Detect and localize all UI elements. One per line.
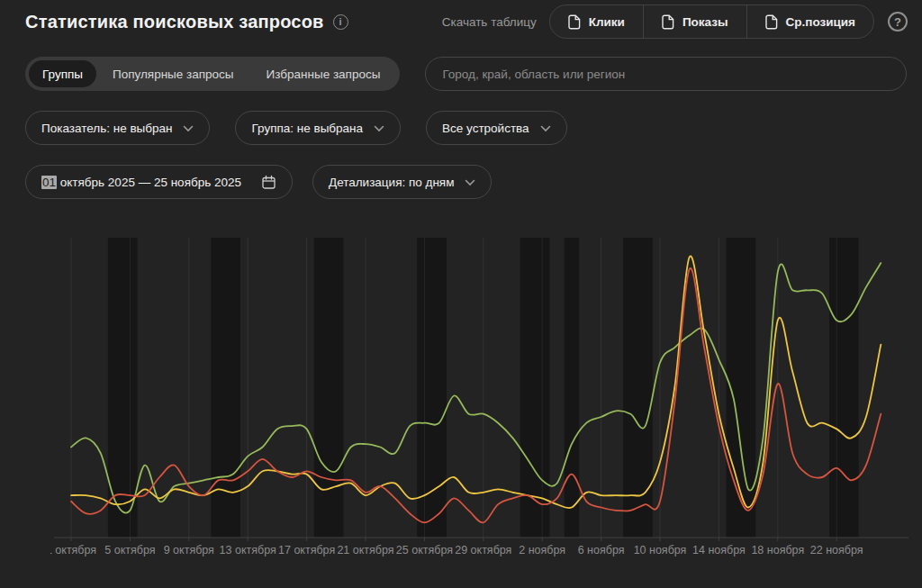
export-clicks-button[interactable]: Клики <box>550 5 643 38</box>
weekend-band <box>417 238 447 538</box>
file-icon <box>765 14 778 30</box>
chevron-down-icon <box>183 125 194 132</box>
metric-dropdown-label: Показатель: не выбран <box>41 122 172 135</box>
x-axis-label: 9 октября <box>164 544 214 556</box>
date-range-text: 01 октябрь 2025 — 25 ноябрь 2025 <box>41 176 241 189</box>
search-queries-chart[interactable]: 1 октября5 октября9 октября13 октября17 … <box>50 236 911 578</box>
group-dropdown[interactable]: Группа: не выбрана <box>235 111 401 145</box>
x-axis-label: 22 ноября <box>810 544 863 556</box>
date-range-rest-text: октябрь 2025 — 25 ноябрь 2025 <box>57 176 241 189</box>
devices-dropdown[interactable]: Все устройства <box>426 111 567 145</box>
date-row: 01 октябрь 2025 — 25 ноябрь 2025 Детализ… <box>25 165 492 199</box>
tab-popular-queries[interactable]: Популярные запросы <box>96 68 250 81</box>
devices-dropdown-label: Все устройства <box>442 122 529 135</box>
x-axis-label: 2 ноября <box>519 544 565 556</box>
calendar-icon[interactable] <box>261 175 276 190</box>
metric-dropdown[interactable]: Показатель: не выбран <box>25 111 210 145</box>
export-avg-position-label: Ср.позиция <box>786 15 855 29</box>
x-axis-label: 21 октября <box>337 544 393 556</box>
filters-row: Показатель: не выбран Группа: не выбрана… <box>25 111 567 145</box>
date-range-field[interactable]: 01 октябрь 2025 — 25 ноябрь 2025 <box>25 165 293 199</box>
x-axis-label: 25 октября <box>396 544 453 556</box>
download-table-label[interactable]: Скачать таблицу <box>442 15 537 29</box>
page-title: Статистика поисковых запросов <box>25 12 324 32</box>
help-icon[interactable]: ? <box>888 12 908 32</box>
tab-favorite-queries[interactable]: Избранные запросы <box>250 68 397 81</box>
region-search-input[interactable] <box>425 57 907 91</box>
export-button-group: Клики Показы Ср.позиция <box>549 5 874 39</box>
chevron-down-icon <box>374 125 384 132</box>
weekend-band <box>565 238 579 538</box>
chevron-down-icon <box>465 179 475 186</box>
x-axis-label: 10 ноября <box>634 544 687 556</box>
info-icon[interactable]: i <box>333 14 348 30</box>
file-icon <box>662 14 674 30</box>
group-dropdown-label: Группа: не выбрана <box>251 122 363 135</box>
export-impressions-label: Показы <box>682 15 728 29</box>
weekend-band <box>520 238 550 538</box>
file-icon <box>568 14 581 30</box>
series-green-line <box>71 263 881 513</box>
tab-groups[interactable]: Группы <box>29 60 96 87</box>
export-clicks-label: Клики <box>589 15 625 29</box>
detalization-dropdown[interactable]: Детализация: по дням <box>312 165 492 199</box>
x-axis-label: 14 ноября <box>692 544 746 556</box>
weekend-band <box>829 238 859 538</box>
x-axis-label: 18 ноября <box>751 544 804 556</box>
tab-bar: Группы Популярные запросы Избранные запр… <box>25 57 400 91</box>
date-range-selected-text: 01 <box>41 176 57 189</box>
page-header: Статистика поисковых запросов i Скачать … <box>25 2 908 41</box>
x-axis-label: 5 октября <box>104 544 155 556</box>
chart-canvas[interactable]: 1 октября5 октября9 октября13 октября17 … <box>50 236 911 578</box>
series-yellow-line <box>71 256 881 508</box>
chevron-down-icon <box>540 125 551 132</box>
weekend-band <box>623 238 653 538</box>
x-axis-label: 29 октября <box>455 544 511 556</box>
x-axis-label: 6 ноября <box>578 544 625 556</box>
tabs-row: Группы Популярные запросы Избранные запр… <box>25 57 907 91</box>
x-axis-label: 17 октября <box>278 544 335 556</box>
export-avg-position-button[interactable]: Ср.позиция <box>746 5 873 38</box>
x-axis-label: 1 октября <box>50 544 96 556</box>
export-impressions-button[interactable]: Показы <box>643 5 746 38</box>
detalization-label: Детализация: по дням <box>329 176 454 189</box>
x-axis-label: 13 октября <box>220 544 276 556</box>
weekend-band <box>314 238 344 538</box>
